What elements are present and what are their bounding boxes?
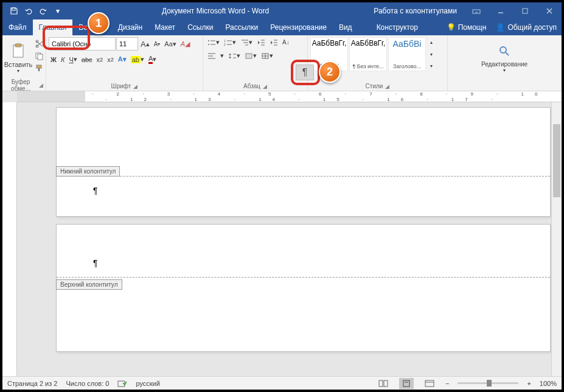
cut-icon[interactable] [33,38,46,49]
multilevel-icon[interactable]: ▾ [238,37,254,47]
copy-icon[interactable] [33,51,46,61]
svg-point-37 [500,47,506,53]
bold-icon[interactable]: Ж [49,54,58,65]
document-area: Нижний колонтитул ¶ ¶ Верхний колонтитул [17,102,562,376]
status-bar: Страница 2 из 2 Число слов: 0 русский − … [2,376,562,390]
styles-label: Стили [366,83,383,89]
line-spacing-icon[interactable]: ▾ [226,51,242,61]
zoom-level[interactable]: 100% [540,380,557,387]
svg-rect-10 [37,65,41,68]
zoom-out-icon[interactable]: − [445,380,449,387]
tab-review[interactable]: Рецензирование [264,19,333,35]
minimize-icon[interactable] [489,2,513,19]
superscript-icon[interactable]: x2 [105,54,116,65]
ribbon-options-icon[interactable] [464,2,489,19]
numbering-icon[interactable]: 12▾ [222,37,238,47]
svg-point-13 [208,44,209,45]
tab-design[interactable]: Дизайн [112,19,148,35]
font-launcher-icon[interactable]: ◢ [133,83,138,89]
web-layout-icon[interactable] [422,378,437,389]
tab-designer[interactable]: Конструктор [371,19,424,35]
style-no-spacing[interactable]: АаБбВвГг,¶ Без инте... [349,37,387,71]
styles-launcher-icon[interactable]: ◢ [385,83,389,89]
ruler-horizontal[interactable]: · 1 · 2 · 3 · 4 · 5 · 6 · 7 · 8 · 9 · 10… [17,91,562,102]
title-bar: ▾ Документ Microsoft Word - Word Работа … [2,2,562,19]
align-center-icon[interactable]: ▾ [218,51,226,61]
clipboard-label: Буфер обме... [5,79,37,92]
undo-icon[interactable] [22,4,35,18]
footer-tag[interactable]: Нижний колонтитул [56,166,120,177]
font-size-combo[interactable]: 11 [116,37,138,51]
clear-format-icon[interactable]: A◢ [179,37,192,51]
shrink-font-icon[interactable]: A▾ [152,37,162,51]
close-icon[interactable] [537,2,562,19]
align-left-icon[interactable] [206,51,218,61]
tab-file[interactable]: Файл [2,19,33,35]
borders-icon[interactable]: ▾ [259,51,275,61]
svg-rect-40 [379,380,383,387]
tab-view[interactable]: Вид [333,19,358,35]
tab-references[interactable]: Ссылки [181,19,219,35]
callout-2: 2 [319,61,341,83]
bullets-icon[interactable]: ▾ [206,37,221,47]
qat-customize-icon[interactable]: ▾ [51,4,64,18]
strike-icon[interactable]: abc [80,54,94,65]
styles-up-icon[interactable]: ▴ [428,38,434,46]
paste-icon [9,41,28,61]
change-case-icon[interactable]: Aa▾ [162,37,178,51]
underline-icon[interactable]: Ч▾ [67,54,78,65]
svg-rect-33 [246,54,252,58]
paragraph-launcher-icon[interactable]: ◢ [263,83,267,89]
page-2[interactable]: ¶ Верхний колонтитул [56,224,551,352]
increase-indent-icon[interactable] [268,37,280,47]
styles-down-icon[interactable]: ▾ [428,51,434,58]
font-name-combo[interactable]: Calibri (Осно [49,37,116,51]
status-lang[interactable]: русский [136,380,159,387]
shading-icon[interactable]: ▾ [243,51,259,61]
sort-icon[interactable]: A↓ [280,37,291,47]
tab-home[interactable]: Главная [33,19,73,35]
editing-button[interactable]: Редактирование▾ [491,37,518,77]
save-icon[interactable] [7,4,21,18]
print-layout-icon[interactable] [399,378,414,389]
spellcheck-icon[interactable] [117,379,127,388]
share-icon: 👤 [496,23,505,32]
read-mode-icon[interactable] [376,378,391,389]
font-color-icon[interactable]: A▾ [147,54,158,65]
style-heading[interactable]: АаБбВіЗаголово... [388,37,426,71]
svg-rect-0 [12,8,15,10]
decrease-indent-icon[interactable] [255,37,267,47]
header-tag[interactable]: Верхний колонтитул [56,279,122,290]
font-label: Шрифт [111,83,131,89]
tell-me[interactable]: Помощн [458,23,487,32]
subscript-icon[interactable]: x2 [95,54,105,65]
show-marks-button[interactable]: ¶ [296,65,314,80]
redo-icon[interactable] [37,4,50,18]
svg-rect-9 [38,54,43,60]
italic-icon[interactable]: К [59,54,66,65]
text-effects-icon[interactable]: A▾ [116,54,128,65]
status-page[interactable]: Страница 2 из 2 [7,380,57,387]
format-painter-icon[interactable] [33,63,46,74]
scrollbar-vertical[interactable] [551,102,562,376]
zoom-in-icon[interactable]: + [527,380,531,387]
page-1[interactable]: Нижний колонтитул ¶ [56,107,551,217]
svg-rect-42 [403,380,409,387]
ruler-vertical[interactable] [2,102,17,376]
status-words[interactable]: Число слов: 0 [66,380,109,387]
ribbon: Вставить▾ Буфер обме...◢ Calibri (Осно 1… [2,35,562,91]
highlight-icon[interactable]: ab▾ [129,54,146,65]
clipboard-launcher-icon[interactable]: ◢ [39,82,43,88]
zoom-slider[interactable] [458,382,518,384]
pilcrow-mark: ¶ [93,258,98,268]
find-icon [495,41,514,61]
paste-button[interactable]: Вставить▾ [5,37,32,77]
tab-layout[interactable]: Макет [148,19,181,35]
window-title: Документ Microsoft Word - Word [64,7,366,15]
share-button[interactable]: Общий доступ [507,23,557,32]
tab-mailings[interactable]: Рассылки [219,19,264,35]
maximize-icon[interactable] [513,2,537,19]
grow-font-icon[interactable]: A▴ [139,37,151,51]
styles-more-icon[interactable]: ▾ [428,62,434,70]
lightbulb-icon: 💡 [447,23,456,32]
